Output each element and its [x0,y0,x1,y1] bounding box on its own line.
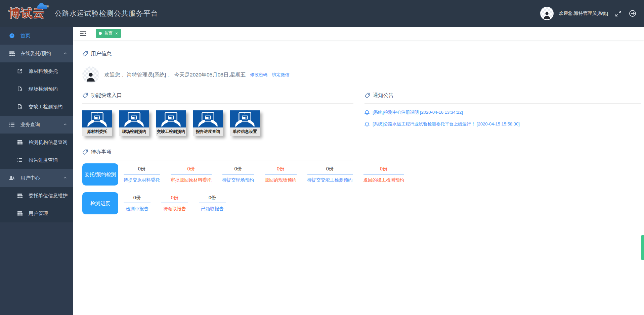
quick-card-completion-test[interactable]: 交竣工检测预约 [156,110,186,136]
bind-wechat-link[interactable]: 绑定微信 [272,72,289,78]
tags-view-bar: 首页 × [73,27,644,40]
todo-stat: 0份 退回的现场预约 [259,164,302,185]
test-progress-button[interactable]: 检测进度 [82,192,118,214]
sidebar-item-completion-test-booking[interactable]: 交竣工检测预约 [0,98,73,116]
hands-tablet-icon [119,110,149,127]
close-icon[interactable]: × [115,31,118,36]
hands-tablet-icon [193,110,223,127]
todo-section: 待办事项 委托/预约检测 0份 待提交原材料委托 [82,149,641,214]
sidebar-item-business-query[interactable]: 业务查询 [0,116,73,134]
todo-stats: 0份 检测中报告 0份 待领取报告 0份 [118,193,231,214]
quick-entry-cards: 原材料委托 [82,110,353,136]
sidebar-item-label: 首页 [20,33,30,39]
sidebar-item-label: 委托单位信息维护 [29,193,68,199]
external-link-icon [17,68,23,74]
stat-value: 0份 [265,164,297,174]
sidebar-item-user-management[interactable]: 用户管理 [0,205,73,222]
quick-card-report-progress[interactable]: 报告进度查询 [193,110,223,136]
sidebar-item-entrust-unit-info[interactable]: 委托单位信息维护 [0,187,73,205]
stat-link[interactable]: 待提交现场预约 [222,174,254,185]
quick-card-site-test[interactable]: 现场检测预约 [119,110,149,136]
stat-link[interactable]: 已领取报告 [199,203,226,214]
bell-icon [364,121,370,127]
quick-card-raw-material[interactable]: 原材料委托 [82,110,112,136]
quick-card-label: 单位信息设置 [230,127,260,136]
tag-icon [82,93,88,98]
notice-item[interactable]: [系统]检测中心注册说明 [2020-04-16 13:34:22] [364,109,641,115]
todo-stat: 0份 待提交交竣工检测预约 [302,164,358,185]
hands-tablet-icon [230,110,260,127]
stat-link[interactable]: 待提交交竣工检测预约 [307,174,353,185]
section-title: 用户信息 [91,50,112,57]
app-window: 博试云 ® 公路水运试验检测公共服务平台 欢迎您,海特管理员[系统] [0,0,644,315]
quick-card-label: 现场检测预约 [119,127,149,136]
tab-home[interactable]: 首页 × [96,29,121,38]
tag-icon [364,93,370,98]
quick-card-unit-settings[interactable]: 单位信息设置 [230,110,260,136]
fullscreen-icon[interactable] [615,10,622,17]
notices-section: 通知公告 [系统]检测中心注册说明 [2020-04-16 13:34:22] [364,92,641,127]
stat-link[interactable]: 退回的竣工检测预约 [363,174,404,185]
welcome-message: 欢迎您， 海特管理员[系统] 。 今天是2020年05月08日,星期五 [104,71,246,78]
tag-icon [82,51,88,57]
logout-icon[interactable] [629,9,637,17]
stat-link[interactable]: 待提交原材料委托 [124,174,160,185]
section-title: 通知公告 [373,92,394,99]
stat-link[interactable]: 检测中报告 [124,203,151,214]
chevron-up-icon [63,175,67,181]
table-icon [17,193,23,199]
sidebar-item-agency-info-query[interactable]: 检测机构信息查询 [0,134,73,151]
stat-link[interactable]: 退回的现场预约 [265,174,297,185]
chevron-up-icon [63,122,67,127]
sidebar-item-user-center[interactable]: 用户中心 [0,169,73,187]
stat-value: 0份 [307,164,353,174]
sidebar-collapse-icon[interactable] [80,31,86,36]
sidebar-item-report-progress-query[interactable]: 报告进度查询 [0,151,73,169]
entrust-booking-button[interactable]: 委托/预约检测 [82,163,118,186]
notice-item[interactable]: [系统]公路水运工程行业试验检测委托平台上线运行！ [2020-04-15 15… [364,121,641,127]
notice-text: [系统]检测中心注册说明 [2020-04-16 13:34:22] [373,109,463,115]
tab-active-dot-icon [99,32,102,35]
doc-edit-icon [17,86,23,92]
todo-stat: 0份 检测中报告 [118,193,156,214]
quick-card-label: 报告进度查询 [193,127,223,136]
sidebar-item-label: 用户中心 [20,175,40,181]
dashboard-icon [9,33,15,39]
divider [364,103,641,104]
section-header: 用户信息 [82,50,641,57]
stat-link[interactable]: 审批退回原材料委托 [171,174,212,185]
stat-value: 0份 [363,164,404,174]
todo-stats: 0份 待提交原材料委托 0份 审批退回原材料委托 0份 [118,164,410,185]
vertical-scrollbar-thumb[interactable] [641,235,644,260]
tag-icon [82,149,88,155]
hands-tablet-icon [156,110,186,127]
stat-value: 0份 [124,193,151,203]
stat-value: 0份 [171,164,212,174]
list-check-icon [17,157,23,163]
section-header: 待办事项 [82,149,641,156]
dashboard-content: 用户信息 欢迎您， 海特管理员[系统] 。 今天是2020年05月08日,星期五… [73,40,644,315]
sidebar-item-site-test-booking[interactable]: 现场检测预约 [0,80,73,98]
user-avatar[interactable] [540,7,554,20]
quick-card-label: 交竣工检测预约 [156,127,186,136]
sidebar-item-label: 交竣工检测预约 [29,104,63,110]
notice-text: [系统]公路水运工程行业试验检测委托平台上线运行！ [2020-04-15 15… [373,121,520,127]
logo-cloud-icon [37,5,47,9]
change-password-link[interactable]: 修改密码 [250,72,267,78]
user-icon [9,175,15,181]
table-icon [17,140,23,145]
sidebar-item-online-entrust[interactable]: 在线委托/预约 [0,45,73,62]
divider [82,62,641,62]
sidebar-item-raw-material-preentrust[interactable]: 原材料预委托 [0,62,73,80]
hands-tablet-icon [82,110,112,127]
top-header: 博试云 ® 公路水运试验检测公共服务平台 欢迎您,海特管理员[系统] [0,0,644,27]
sidebar-item-label: 在线委托/预约 [20,50,51,57]
stat-link[interactable]: 待领取报告 [161,203,188,214]
stat-value: 0份 [161,193,188,203]
doc-edit-icon [17,104,23,110]
sidebar-item-home[interactable]: 首页 [0,27,73,45]
sidebar-item-label: 检测机构信息查询 [29,139,68,146]
todo-stat: 0份 审批退回原材料委托 [165,164,217,185]
section-title: 功能快速入口 [91,92,122,99]
user-welcome-row: 欢迎您， 海特管理员[系统] 。 今天是2020年05月08日,星期五 修改密码… [82,66,641,83]
